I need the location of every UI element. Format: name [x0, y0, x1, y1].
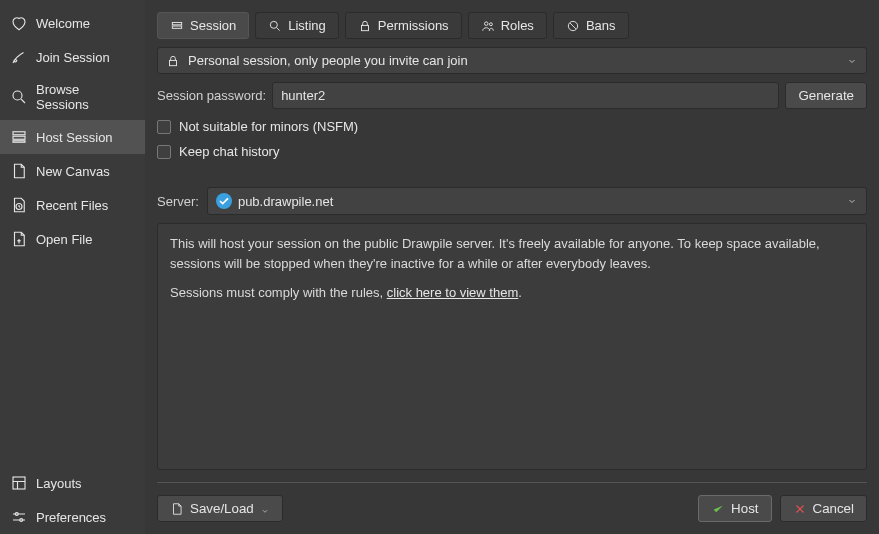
sidebar-item-recent-files[interactable]: Recent Files	[0, 188, 145, 222]
tab-listing[interactable]: Listing	[255, 12, 339, 39]
svg-rect-1	[13, 132, 25, 135]
host-confirm-icon	[711, 502, 725, 516]
tab-label: Roles	[501, 18, 534, 33]
sidebar-item-label: Layouts	[36, 476, 82, 491]
svg-point-13	[489, 22, 492, 25]
sidebar-item-join-session[interactable]: Join Session	[0, 40, 145, 74]
search-icon	[268, 19, 282, 33]
session-tab-icon	[170, 19, 184, 33]
tab-session[interactable]: Session	[157, 12, 249, 39]
keep-chat-label: Keep chat history	[179, 144, 279, 159]
sidebar-item-welcome[interactable]: Welcome	[0, 6, 145, 40]
rules-link[interactable]: click here to view them	[387, 285, 519, 300]
sidebar-item-label: Open File	[36, 232, 92, 247]
sidebar-item-label: Preferences	[36, 510, 106, 525]
info-text-2: Sessions must comply with the rules, cli…	[170, 283, 854, 303]
tab-label: Session	[190, 18, 236, 33]
lock-icon	[166, 54, 180, 68]
layouts-icon	[10, 474, 28, 492]
brush-icon	[10, 48, 28, 66]
password-label: Session password:	[157, 88, 266, 103]
heart-icon	[10, 14, 28, 32]
chevron-down-icon	[846, 55, 858, 67]
cancel-button[interactable]: Cancel	[780, 495, 868, 522]
tab-bans[interactable]: Bans	[553, 12, 629, 39]
info-text-1: This will host your session on the publi…	[170, 234, 854, 273]
info-panel: This will host your session on the publi…	[157, 223, 867, 470]
chevron-down-icon	[846, 195, 858, 207]
close-icon	[793, 502, 807, 516]
separator	[157, 482, 867, 483]
host-button[interactable]: Host	[698, 495, 771, 522]
sidebar-item-label: Recent Files	[36, 198, 108, 213]
svg-rect-15	[170, 60, 177, 65]
tab-roles[interactable]: Roles	[468, 12, 547, 39]
chevron-down-icon	[260, 504, 270, 514]
privacy-select[interactable]: Personal session, only people you invite…	[157, 47, 867, 74]
svg-point-10	[271, 21, 278, 28]
nsfm-checkbox[interactable]	[157, 120, 171, 134]
file-icon	[170, 502, 184, 516]
tab-row: Session Listing Permissions Roles Bans	[157, 12, 867, 39]
svg-point-12	[484, 21, 488, 25]
privacy-select-value: Personal session, only people you invite…	[188, 53, 468, 68]
sidebar-item-open-file[interactable]: Open File	[0, 222, 145, 256]
sidebar-item-label: Welcome	[36, 16, 90, 31]
server-select[interactable]: pub.drawpile.net	[207, 187, 867, 215]
sidebar-item-new-canvas[interactable]: New Canvas	[0, 154, 145, 188]
tab-label: Listing	[288, 18, 326, 33]
generate-button[interactable]: Generate	[785, 82, 867, 109]
users-icon	[481, 19, 495, 33]
new-canvas-icon	[10, 162, 28, 180]
open-file-icon	[10, 230, 28, 248]
sidebar-item-label: Host Session	[36, 130, 113, 145]
nsfm-label: Not suitable for minors (NSFM)	[179, 119, 358, 134]
sidebar-item-host-session[interactable]: Host Session	[0, 120, 145, 154]
lock-icon	[358, 19, 372, 33]
sidebar-item-preferences[interactable]: Preferences	[0, 500, 145, 534]
svg-rect-3	[13, 141, 25, 143]
password-input[interactable]	[272, 82, 779, 109]
verified-server-icon	[216, 193, 232, 209]
server-label: Server:	[157, 194, 199, 209]
tab-permissions[interactable]: Permissions	[345, 12, 462, 39]
main-panel: Session Listing Permissions Roles Bans P…	[145, 0, 879, 534]
tab-label: Permissions	[378, 18, 449, 33]
server-value: pub.drawpile.net	[238, 194, 333, 209]
sidebar: Welcome Join Session Browse Sessions Hos…	[0, 0, 145, 534]
save-load-button[interactable]: Save/Load	[157, 495, 283, 522]
svg-rect-8	[172, 22, 181, 24]
keep-chat-checkbox[interactable]	[157, 145, 171, 159]
host-icon	[10, 128, 28, 146]
svg-rect-11	[361, 25, 368, 30]
svg-rect-2	[13, 136, 25, 139]
sidebar-item-label: New Canvas	[36, 164, 110, 179]
svg-rect-5	[13, 477, 25, 489]
sidebar-item-label: Join Session	[36, 50, 110, 65]
sidebar-item-label: Browse Sessions	[36, 82, 135, 112]
svg-rect-9	[172, 26, 181, 28]
ban-icon	[566, 19, 580, 33]
recent-files-icon	[10, 196, 28, 214]
sidebar-item-layouts[interactable]: Layouts	[0, 466, 145, 500]
svg-point-0	[13, 91, 22, 100]
search-icon	[10, 88, 28, 106]
tab-label: Bans	[586, 18, 616, 33]
sliders-icon	[10, 508, 28, 526]
sidebar-item-browse-sessions[interactable]: Browse Sessions	[0, 74, 145, 120]
